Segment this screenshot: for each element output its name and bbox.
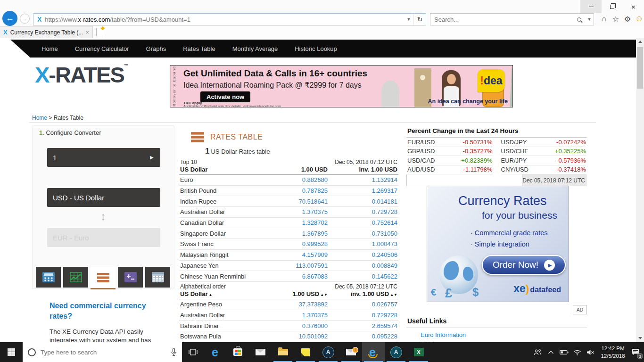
home-icon[interactable]: ⌂ xyxy=(600,14,608,24)
app-circle-a-icon[interactable]: A xyxy=(317,342,339,362)
currency-pair[interactable]: USD/JPY xyxy=(501,139,527,146)
chevron-up-icon[interactable] xyxy=(545,342,556,362)
nav-item[interactable]: Rates Table xyxy=(183,45,215,52)
search-dropdown-icon[interactable]: ▼ xyxy=(585,17,594,22)
inverse-rate-link[interactable]: 0.240506 xyxy=(328,251,397,258)
inverse-rate-link[interactable]: 1.132914 xyxy=(328,176,397,183)
rate-link[interactable]: 10.501092 xyxy=(257,333,328,340)
microphone-icon[interactable] xyxy=(171,348,177,356)
useful-link[interactable]: Euro Information xyxy=(421,331,466,340)
nav-item[interactable]: Monthly Average xyxy=(232,45,278,52)
tab-historic-lookup[interactable] xyxy=(145,267,170,288)
inverse-rate-link[interactable]: 1.000473 xyxy=(328,240,397,247)
order-now-button[interactable]: Order Now! ▶ xyxy=(482,255,566,275)
tab-rates-table-active[interactable] xyxy=(91,267,116,289)
back-button[interactable]: ← xyxy=(2,11,17,26)
app-circle-a2-icon[interactable]: A xyxy=(385,342,407,362)
rate-link[interactable]: 4.157909 xyxy=(257,251,328,258)
column-currency-sorted[interactable]: US Dollar▲ xyxy=(180,290,257,297)
inverse-rate-link[interactable]: 0.095228 xyxy=(328,333,397,340)
scroll-up-button[interactable] xyxy=(636,38,644,46)
rate-link[interactable]: 0.882680 xyxy=(257,176,328,183)
percent-change-tab[interactable] xyxy=(406,174,522,186)
currency-pair[interactable]: EUR/JPY xyxy=(501,157,527,164)
column-inverse-rate[interactable]: inv. 1.00 USD xyxy=(328,166,397,173)
rate-link[interactable]: 0.376000 xyxy=(257,322,328,329)
nav-item[interactable]: Currency Calculator xyxy=(75,45,129,52)
amount-input[interactable]: 1 ► xyxy=(47,148,160,167)
address-bar[interactable]: X https://www.x-rates.com/table/?from=US… xyxy=(33,13,426,25)
file-explorer-icon[interactable] xyxy=(272,342,294,362)
column-rate[interactable]: 1.00 USD xyxy=(257,166,328,173)
favorites-star-icon[interactable]: ☆ xyxy=(611,14,620,24)
nav-item[interactable]: Home xyxy=(41,45,58,52)
search-icon[interactable] xyxy=(577,17,581,22)
internet-explorer-icon[interactable]: e xyxy=(362,342,385,362)
currency-pair[interactable]: GBP/USD xyxy=(407,148,435,155)
rate-link[interactable]: 70.518641 xyxy=(257,198,328,205)
inverse-rate-link[interactable]: 0.014181 xyxy=(328,198,397,205)
tab-monthly-average[interactable] xyxy=(118,267,143,288)
scrollbar-thumb[interactable] xyxy=(637,47,643,89)
sticky-notes-icon[interactable] xyxy=(294,342,317,362)
inverse-rate-link[interactable]: 1.269317 xyxy=(328,187,397,194)
volume-muted-icon[interactable] xyxy=(585,342,596,362)
inverse-rate-link[interactable]: 0.729728 xyxy=(328,312,397,319)
inverse-rate-link[interactable]: 0.729728 xyxy=(328,208,397,215)
sort-asc-icon[interactable]: ▲ xyxy=(209,293,213,297)
excel-icon[interactable]: X xyxy=(407,342,430,362)
currency-pair[interactable]: USD/CAD xyxy=(407,157,435,164)
search-input[interactable] xyxy=(430,16,577,23)
outlook-icon[interactable] xyxy=(339,342,362,362)
rate-link[interactable]: 113.007591 xyxy=(257,262,328,269)
currency-pair[interactable]: AUD/USD xyxy=(407,166,435,173)
from-currency-select[interactable]: USD - US Dollar xyxy=(47,188,160,207)
feedback-smiley-icon[interactable]: ☺ xyxy=(635,14,644,24)
close-button[interactable]: × xyxy=(623,0,644,13)
nav-item[interactable]: Graphs xyxy=(146,45,166,52)
currency-pair[interactable]: EUR/USD xyxy=(407,139,435,146)
rate-link[interactable]: 0.787825 xyxy=(257,187,328,194)
taskbar-search-input[interactable] xyxy=(41,349,166,356)
mail-icon[interactable] xyxy=(249,342,272,362)
sort-both-icon[interactable]: ▲▼ xyxy=(320,293,328,297)
xe-datafeed-ad[interactable]: Currency Rates for your business · Comme… xyxy=(427,186,569,302)
nav-item[interactable]: Historic Lookup xyxy=(295,45,337,52)
promo-heading[interactable]: Need commercial currency rates? xyxy=(50,301,162,322)
gear-icon[interactable]: ⚙ xyxy=(623,14,632,24)
xrates-logo[interactable]: X-RATES™ xyxy=(35,64,129,86)
column-rate-sortable[interactable]: 1.00 USD▲▼ xyxy=(257,290,328,297)
inverse-rate-link[interactable]: 0.752614 xyxy=(328,219,397,226)
restore-button[interactable] xyxy=(602,0,623,13)
start-button[interactable] xyxy=(0,342,23,362)
rate-link[interactable]: 0.999528 xyxy=(257,240,328,247)
sort-both-icon[interactable]: ▲▼ xyxy=(390,293,397,297)
rate-link[interactable]: 1.370375 xyxy=(257,312,328,319)
swap-currencies-icon[interactable]: ↕ xyxy=(33,210,174,223)
store-icon[interactable] xyxy=(226,342,249,362)
inverse-rate-link[interactable]: 0.026757 xyxy=(328,301,397,308)
inverse-rate-link[interactable]: 2.659574 xyxy=(328,322,397,329)
rate-link[interactable]: 6.867083 xyxy=(257,273,328,280)
people-icon[interactable] xyxy=(532,342,543,362)
wifi-icon[interactable] xyxy=(571,342,583,362)
url-text[interactable]: https://www.x-rates.com/table/?from=USD&… xyxy=(45,16,190,23)
minimize-button[interactable] xyxy=(580,0,602,13)
new-tab-button[interactable] xyxy=(96,28,103,36)
inverse-rate-link[interactable]: 0.145622 xyxy=(328,273,397,280)
activate-now-button[interactable]: Activate now xyxy=(200,91,250,102)
currency-pair[interactable]: CNY/USD xyxy=(501,166,529,173)
inverse-rate-link[interactable]: 0.008849 xyxy=(328,262,397,269)
browser-tab[interactable]: X Currency Exchange Table (... × xyxy=(0,26,93,38)
rate-link[interactable]: 1.367895 xyxy=(257,230,328,237)
rate-link[interactable]: 1.370375 xyxy=(257,208,328,215)
taskbar-clock[interactable]: 12:42 PM 12/5/2018 xyxy=(598,345,628,360)
rate-link[interactable]: 1.328702 xyxy=(257,219,328,226)
forward-button[interactable]: → xyxy=(20,14,30,24)
taskbar-search[interactable] xyxy=(23,342,182,362)
action-center-icon[interactable]: 3 xyxy=(630,342,641,362)
tab-currency-calculator[interactable] xyxy=(36,267,61,288)
url-dropdown-icon[interactable]: ▼ xyxy=(404,17,413,22)
currency-pair[interactable]: USD/CHF xyxy=(501,148,528,155)
battery-icon[interactable] xyxy=(558,342,570,362)
